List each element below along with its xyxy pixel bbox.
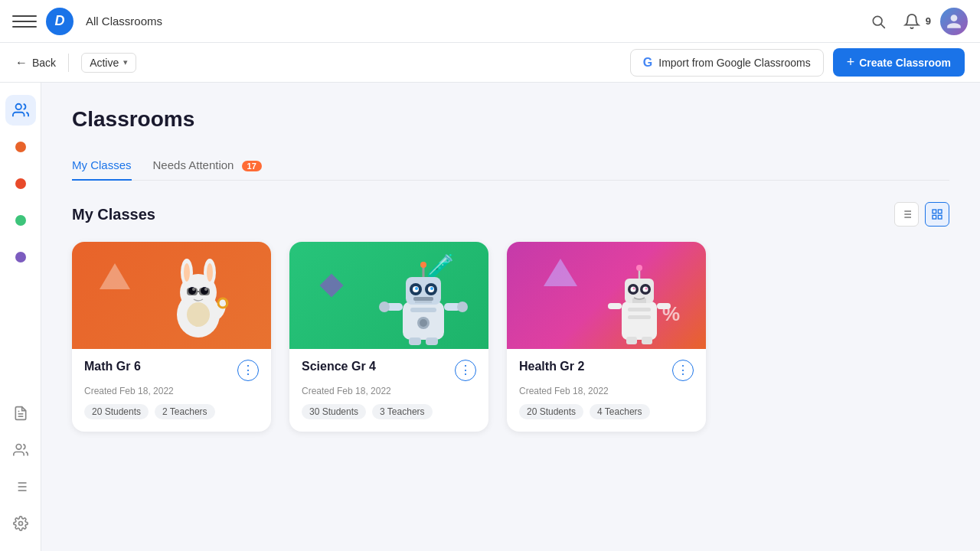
card-tags-science: 30 Students 3 Teachers: [302, 404, 476, 419]
students-tag-math: 20 Students: [84, 404, 149, 419]
view-controls: [894, 202, 949, 227]
svg-point-53: [420, 319, 427, 327]
create-classroom-button[interactable]: + Create Classroom: [833, 48, 965, 77]
svg-rect-59: [426, 337, 438, 345]
card-image-health: %: [507, 242, 706, 349]
nav-title: All Classrooms: [86, 15, 162, 28]
sidebar-dot-green[interactable]: [5, 205, 36, 236]
card-date-math: Created Feb 18, 2022: [84, 386, 259, 396]
caret-down-icon: ▾: [123, 57, 128, 67]
needs-attention-badge: 17: [242, 161, 262, 171]
card-title-science: Science Gr 4: [302, 360, 376, 373]
my-classes-title: My Classes: [72, 206, 155, 223]
svg-point-12: [18, 522, 22, 526]
svg-point-69: [633, 288, 635, 290]
sidebar-item-users[interactable]: [5, 435, 36, 465]
nav-divider: [68, 54, 69, 72]
svg-point-57: [457, 302, 468, 312]
sidebar-dot-orange2[interactable]: [5, 168, 36, 199]
card-tags-health: 20 Students 4 Teachers: [519, 404, 694, 419]
svg-rect-34: [199, 288, 210, 295]
active-filter-button[interactable]: Active ▾: [81, 53, 136, 73]
card-menu-health[interactable]: ⋮: [672, 360, 694, 381]
card-title-row-math: Math Gr 6 ⋮: [84, 360, 259, 381]
svg-rect-22: [938, 215, 942, 219]
classroom-card-health: %: [507, 242, 706, 432]
svg-rect-72: [628, 315, 651, 319]
robot-science: [374, 249, 473, 349]
svg-rect-33: [187, 288, 198, 295]
robot-health: [590, 249, 689, 349]
svg-rect-74: [657, 303, 671, 309]
svg-point-2: [15, 104, 21, 109]
svg-point-70: [645, 288, 648, 290]
tab-needs-attention[interactable]: Needs Attention 17: [153, 151, 262, 181]
notification-icon: [901, 11, 923, 32]
card-date-science: Created Feb 18, 2022: [302, 386, 476, 396]
import-google-button[interactable]: G Import from Google Classrooms: [630, 49, 824, 77]
classroom-card-math: Math Gr 6 ⋮ Created Feb 18, 2022 20 Stud…: [72, 242, 271, 432]
robot-bunny: [149, 249, 248, 349]
card-title-math: Math Gr 6: [84, 360, 141, 373]
svg-rect-73: [608, 303, 622, 309]
search-icon[interactable]: [864, 8, 892, 35]
card-menu-math[interactable]: ⋮: [237, 360, 259, 381]
card-title-health: Health Gr 2: [519, 360, 584, 373]
svg-point-43: [420, 262, 426, 268]
svg-point-64: [636, 265, 642, 271]
card-image-math: [72, 242, 271, 349]
svg-rect-51: [410, 308, 436, 312]
google-icon: G: [643, 56, 652, 70]
classroom-card-science: 🧪: [289, 242, 488, 432]
svg-point-27: [184, 263, 190, 282]
sidebar-item-settings[interactable]: [5, 508, 36, 539]
svg-rect-20: [938, 210, 942, 214]
svg-point-48: [415, 287, 418, 290]
main-content: Classrooms My Classes Needs Attention 17…: [41, 83, 980, 551]
teachers-tag-science: 3 Teachers: [372, 404, 432, 419]
svg-rect-76: [642, 337, 652, 344]
notifications-button[interactable]: 9: [901, 11, 931, 32]
svg-rect-50: [413, 297, 433, 301]
back-button[interactable]: ← Back: [15, 56, 56, 70]
card-body-science: Science Gr 4 ⋮ Created Feb 18, 2022 30 S…: [289, 349, 488, 432]
list-view-button[interactable]: [894, 202, 919, 227]
health-illustration: %: [507, 242, 706, 349]
card-title-row-health: Health Gr 2 ⋮: [519, 360, 694, 381]
card-date-health: Created Feb 18, 2022: [519, 386, 694, 396]
svg-point-49: [430, 287, 433, 290]
import-label: Import from Google Classrooms: [658, 57, 810, 69]
card-body-math: Math Gr 6 ⋮ Created Feb 18, 2022 20 Stud…: [72, 349, 271, 432]
svg-rect-71: [628, 308, 651, 311]
math-illustration: [72, 242, 271, 349]
svg-rect-75: [626, 337, 637, 344]
svg-point-56: [379, 302, 390, 312]
card-tags-math: 20 Students 2 Teachers: [84, 404, 259, 419]
card-image-science: 🧪: [289, 242, 488, 349]
svg-point-5: [16, 445, 21, 450]
svg-rect-60: [622, 302, 657, 340]
tab-my-classes[interactable]: My Classes: [72, 151, 132, 181]
active-label: Active: [90, 57, 119, 69]
card-title-row-science: Science Gr 4 ⋮: [302, 360, 476, 381]
sidebar: [0, 83, 41, 551]
sidebar-item-list[interactable]: [5, 471, 36, 502]
students-tag-health: 20 Students: [519, 404, 583, 419]
plus-icon: +: [847, 54, 855, 70]
user-avatar[interactable]: [940, 8, 968, 35]
science-illustration: 🧪: [289, 242, 488, 349]
sidebar-item-people[interactable]: [5, 95, 36, 126]
section-header: My Classes: [72, 202, 949, 227]
create-label: Create Classroom: [859, 57, 951, 69]
tabs-container: My Classes Needs Attention 17: [72, 150, 949, 181]
card-menu-science[interactable]: ⋮: [455, 360, 476, 381]
cards-grid: Math Gr 6 ⋮ Created Feb 18, 2022 20 Stud…: [72, 242, 949, 432]
sidebar-item-docs[interactable]: [5, 398, 36, 429]
card-body-health: Health Gr 2 ⋮ Created Feb 18, 2022 20 St…: [507, 349, 706, 432]
sidebar-dot-purple[interactable]: [5, 242, 36, 272]
svg-rect-21: [933, 215, 936, 219]
grid-view-button[interactable]: [925, 202, 949, 227]
svg-line-1: [881, 24, 885, 28]
sidebar-dot-orange1[interactable]: [5, 132, 36, 162]
hamburger-menu[interactable]: [12, 9, 37, 34]
